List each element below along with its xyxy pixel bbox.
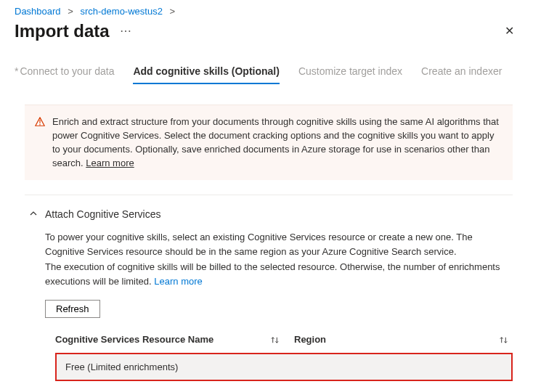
info-banner: Enrich and extract structure from your d… — [25, 105, 513, 180]
sort-icon[interactable] — [499, 335, 508, 345]
section-attach-toggle[interactable]: Attach Cognitive Services — [0, 195, 533, 227]
page-title: Import data — [15, 21, 110, 41]
chevron-up-icon — [29, 209, 38, 220]
col-region: Region — [294, 332, 326, 347]
section-body: To power your cognitive skills, select a… — [0, 227, 533, 392]
more-actions-icon[interactable]: ⋯ — [120, 24, 133, 38]
banner-learn-more-link[interactable]: Learn more — [86, 158, 134, 168]
table-row[interactable]: Free (Limited enrichments) — [55, 353, 513, 382]
resource-table: Cognitive Services Resource Name Region … — [55, 328, 513, 381]
refresh-button[interactable]: Refresh — [45, 300, 100, 318]
breadcrumb-service[interactable]: srch-demo-westus2 — [80, 6, 162, 17]
col-resource-name: Cognitive Services Resource Name — [55, 332, 270, 347]
close-icon[interactable]: ✕ — [500, 20, 518, 42]
breadcrumb-sep: > — [170, 6, 176, 17]
info-banner-text: Enrich and extract structure from your d… — [52, 115, 501, 170]
tab-target-index[interactable]: Customize target index — [298, 65, 402, 84]
section-title: Attach Cognitive Services — [45, 208, 161, 220]
title-bar: Import data ⋯ ✕ — [0, 20, 533, 48]
tab-indexer-label: Create an indexer — [421, 65, 502, 77]
table-header: Cognitive Services Resource Name Region — [55, 328, 513, 351]
wizard-tabs: *Connect to your data Add cognitive skil… — [0, 48, 533, 84]
tab-index-label: Customize target index — [298, 65, 402, 77]
tab-create-indexer[interactable]: Create an indexer — [421, 65, 502, 84]
breadcrumb: Dashboard > srch-demo-westus2 > — [0, 0, 533, 20]
row-resource-name: Free (Limited enrichments) — [65, 362, 178, 372]
section-desc-1: To power your cognitive skills, select a… — [45, 230, 513, 258]
section-desc-2: The execution of cognitive skills will b… — [45, 260, 513, 288]
warning-icon — [35, 115, 45, 170]
sort-icon[interactable] — [270, 335, 280, 345]
tab-cognitive-skills[interactable]: Add cognitive skills (Optional) — [133, 65, 279, 84]
tab-skills-label: Add cognitive skills (Optional) — [133, 65, 279, 77]
tab-connect-data[interactable]: *Connect to your data — [15, 65, 114, 84]
section-learn-more-link[interactable]: Learn more — [154, 276, 202, 287]
tab-connect-label: Connect to your data — [20, 65, 114, 77]
breadcrumb-dashboard[interactable]: Dashboard — [15, 6, 61, 17]
section-desc-2-text: The execution of cognitive skills will b… — [45, 261, 500, 287]
breadcrumb-sep: > — [68, 6, 73, 17]
